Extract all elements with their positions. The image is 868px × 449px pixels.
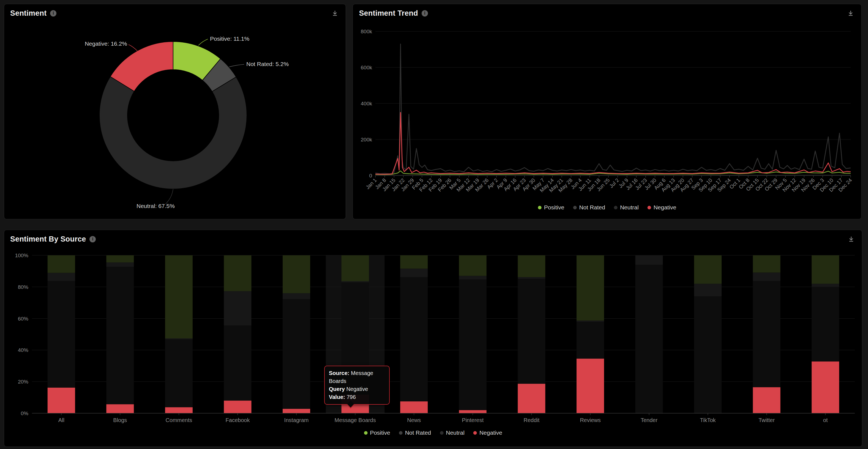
legend-item-neutral[interactable]: Neutral — [614, 204, 639, 211]
bar-segment-not-rated[interactable] — [106, 262, 134, 267]
donut-slice-neutral[interactable] — [99, 76, 247, 189]
bar-segment-positive[interactable] — [165, 255, 193, 339]
trend-line-not-rated[interactable] — [375, 175, 851, 175]
x-axis-category-label: TikTok — [700, 417, 716, 423]
info-icon[interactable]: i — [422, 10, 428, 17]
legend-item-negative[interactable]: Negative — [473, 429, 502, 436]
bar-segment-not-rated[interactable] — [48, 273, 75, 281]
legend-item-not-rated[interactable]: Not Rated — [399, 429, 431, 436]
download-icon — [331, 9, 339, 17]
download-button[interactable] — [846, 8, 855, 18]
donut-slice-label: Not Rated: 5.2% — [246, 61, 289, 67]
tooltip-source-line: Source: Message Boards — [329, 369, 385, 385]
download-button[interactable] — [846, 234, 856, 244]
y-axis-tick-label: 800k — [361, 29, 372, 34]
bar-segment-negative[interactable] — [283, 409, 310, 413]
bar-segment-not-rated[interactable] — [694, 284, 721, 296]
x-axis-tick-label: Oct 1 — [728, 177, 741, 190]
x-axis-category-label: News — [407, 417, 421, 423]
donut-slice-label: Neutral: 67.5% — [136, 203, 175, 209]
info-icon[interactable]: i — [89, 236, 96, 243]
bar-segment-positive[interactable] — [753, 255, 780, 272]
legend-item-positive[interactable]: Positive — [538, 204, 564, 211]
bar-segment-positive[interactable] — [459, 255, 487, 276]
x-axis-category-label: Blogs — [113, 417, 127, 423]
bar-segment-neutral[interactable] — [48, 281, 75, 388]
x-axis-category-label: ot — [823, 417, 828, 423]
legend-label: Not Rated — [405, 429, 431, 436]
bar-segment-neutral[interactable] — [283, 299, 310, 409]
legend-item-not-rated[interactable]: Not Rated — [573, 204, 605, 211]
bar-segment-neutral[interactable] — [106, 267, 134, 404]
bar-segment-neutral[interactable] — [518, 279, 545, 384]
bar-segment-not-rated[interactable] — [636, 255, 663, 265]
bar-segment-negative[interactable] — [48, 388, 75, 413]
y-axis-tick-label: 200k — [361, 137, 372, 142]
sentiment-card-header: Sentiment i — [4, 4, 346, 22]
bar-segment-negative[interactable] — [165, 407, 193, 413]
bar-segment-neutral[interactable] — [577, 322, 604, 359]
bar-segment-not-rated[interactable] — [342, 281, 369, 282]
trend-card-header: Sentiment Trend i — [353, 4, 861, 22]
bar-segment-negative[interactable] — [459, 410, 487, 413]
bar-segment-not-rated[interactable] — [165, 339, 193, 339]
bar-segment-positive[interactable] — [342, 255, 369, 281]
bar-segment-positive[interactable] — [812, 255, 839, 284]
legend-label: Negative — [654, 204, 677, 211]
donut-slice-label: Positive: 11.1% — [210, 35, 249, 42]
bar-segment-neutral[interactable] — [753, 281, 780, 387]
bar-segment-neutral[interactable] — [812, 287, 839, 361]
bar-segment-positive[interactable] — [400, 255, 428, 268]
bar-segment-negative[interactable] — [812, 361, 839, 413]
bar-segment-positive[interactable] — [577, 255, 604, 321]
legend-item-neutral[interactable]: Neutral — [440, 429, 465, 436]
bar-segment-negative[interactable] — [400, 402, 428, 413]
legend-label: Not Rated — [579, 204, 605, 211]
bar-segment-negative[interactable] — [106, 404, 134, 413]
y-axis-tick-label: 400k — [361, 101, 372, 106]
tooltip-value-label: Value: — [329, 394, 345, 400]
bar-segment-positive[interactable] — [106, 255, 134, 262]
bar-segment-not-rated[interactable] — [459, 276, 487, 280]
bar-segment-not-rated[interactable] — [753, 272, 780, 281]
download-button[interactable] — [330, 8, 340, 18]
bar-segment-not-rated[interactable] — [400, 268, 428, 277]
bar-segment-not-rated[interactable] — [577, 321, 604, 322]
y-axis-tick-label: 600k — [361, 65, 372, 70]
bar-segment-not-rated[interactable] — [518, 277, 545, 279]
x-axis-tick-label: Apr 2 — [486, 177, 499, 190]
bar-segment-neutral[interactable] — [224, 325, 252, 400]
bar-segment-negative[interactable] — [577, 358, 604, 413]
donut-label-leader — [165, 189, 173, 204]
tooltip-query-line: Query Negative — [329, 385, 385, 393]
legend-dot — [614, 206, 618, 210]
sentiment-trend-chart[interactable]: 800k600k400k200k0Jan 1Jan 8Jan 15Jan 22J… — [353, 4, 862, 219]
bar-segment-positive[interactable] — [694, 255, 721, 284]
bar-segment-neutral[interactable] — [636, 265, 663, 413]
bar-segment-neutral[interactable] — [165, 339, 193, 407]
sentiment-by-source-card: Sentiment By Source i 100%80%60%40%20%0%… — [4, 230, 862, 447]
sentiment-donut-chart[interactable]: Positive: 11.1%Not Rated: 5.2%Neutral: 6… — [4, 4, 346, 219]
bar-segment-neutral[interactable] — [459, 280, 487, 410]
bar-segment-positive[interactable] — [518, 255, 545, 277]
bar-segment-negative[interactable] — [224, 400, 252, 413]
legend-item-positive[interactable]: Positive — [364, 429, 390, 436]
bar-segment-positive[interactable] — [48, 255, 75, 273]
bar-segment-not-rated[interactable] — [224, 291, 252, 325]
sentiment-by-source-chart[interactable]: 100%80%60%40%20%0%AllBlogsCommentsFacebo… — [4, 230, 862, 447]
trend-line-neutral[interactable] — [375, 44, 851, 174]
donut-label-leader — [128, 44, 137, 51]
bar-segment-positive[interactable] — [283, 255, 310, 293]
bar-segment-not-rated[interactable] — [283, 293, 310, 299]
bar-segment-not-rated[interactable] — [812, 284, 839, 287]
bar-tooltip: Source: Message Boards Query Negative Va… — [324, 366, 390, 405]
tooltip-query-label: Query — [329, 386, 345, 392]
page-title-sentiment-trend: Sentiment Trend — [359, 9, 418, 18]
info-icon[interactable]: i — [50, 10, 56, 17]
bar-segment-neutral[interactable] — [400, 277, 428, 402]
bar-segment-negative[interactable] — [753, 387, 780, 413]
bar-segment-positive[interactable] — [224, 255, 252, 291]
bar-segment-negative[interactable] — [518, 384, 545, 413]
legend-item-negative[interactable]: Negative — [648, 204, 677, 211]
bar-segment-neutral[interactable] — [694, 296, 721, 413]
